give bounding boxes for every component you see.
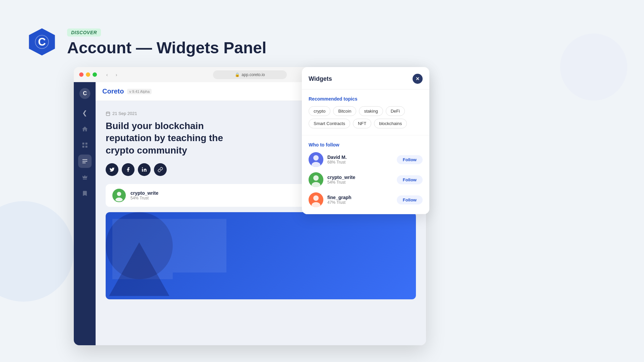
follow-button-david[interactable]: Follow bbox=[397, 155, 423, 164]
post-date-text: 21 Sep 2021 bbox=[112, 111, 137, 116]
svg-rect-5 bbox=[82, 143, 84, 145]
post-title: Build your blockchain reputation by teac… bbox=[106, 120, 240, 157]
minimize-traffic-light[interactable] bbox=[86, 72, 90, 77]
follow-avatar-fine-graph bbox=[309, 192, 323, 207]
follow-item-fine-graph: fine_graph 47% Trust Follow bbox=[309, 192, 423, 207]
svg-point-22 bbox=[313, 155, 319, 161]
bg-decoration-2 bbox=[560, 34, 627, 101]
follow-name-crypto-write: crypto_write bbox=[327, 175, 393, 180]
copy-link-button[interactable] bbox=[154, 163, 167, 176]
url-text: app.coreto.io bbox=[241, 72, 265, 77]
geo-triangle bbox=[109, 242, 169, 296]
bg-decoration-1 bbox=[0, 201, 74, 302]
page-header: C DISCOVER Account — Widgets Panel bbox=[27, 27, 266, 57]
sidebar-item-back[interactable]: ❮ bbox=[78, 106, 92, 120]
sidebar-item-crown[interactable] bbox=[78, 171, 92, 184]
sidebar: C ❮ bbox=[74, 82, 96, 345]
browser-nav: ‹ › bbox=[104, 71, 120, 78]
follow-avatar-crypto-write bbox=[309, 172, 323, 187]
svg-text:C: C bbox=[38, 36, 46, 48]
who-to-follow-section: Who to follow David M. 68% Trust bbox=[302, 135, 429, 214]
maximize-traffic-light[interactable] bbox=[93, 72, 97, 77]
facebook-share-button[interactable] bbox=[122, 163, 135, 176]
author-trust: 54% Trust bbox=[130, 196, 158, 200]
topic-tag-smart-contracts[interactable]: Smart Contracts bbox=[309, 119, 350, 128]
discover-badge: DISCOVER bbox=[67, 28, 101, 37]
svg-point-25 bbox=[313, 175, 319, 181]
post-image bbox=[106, 212, 416, 299]
sidebar-logo: C bbox=[79, 87, 91, 100]
author-avatar bbox=[112, 189, 126, 202]
sidebar-item-posts[interactable] bbox=[78, 155, 92, 168]
widgets-title: Widgets bbox=[309, 75, 332, 82]
geo-rect-2 bbox=[173, 219, 226, 273]
topic-tag-crypto[interactable]: crypto bbox=[309, 106, 330, 116]
sidebar-item-gallery[interactable] bbox=[78, 138, 92, 152]
follow-trust-fine-graph: 47% Trust bbox=[327, 200, 393, 205]
follow-info-fine-graph: fine_graph 47% Trust bbox=[327, 195, 393, 205]
svg-rect-6 bbox=[85, 143, 87, 145]
close-traffic-light[interactable] bbox=[79, 72, 84, 77]
follow-name-david: David M. bbox=[327, 155, 393, 160]
twitter-share-button[interactable] bbox=[106, 163, 118, 176]
svg-rect-9 bbox=[106, 112, 110, 116]
topic-tag-bitcoin[interactable]: Bitcoin bbox=[333, 106, 356, 116]
follow-button-crypto-write[interactable]: Follow bbox=[397, 175, 423, 184]
follow-trust-david: 68% Trust bbox=[327, 160, 393, 165]
recommended-topics-section: Recommended topics crypto Bitcoin stakin… bbox=[302, 89, 429, 135]
svg-rect-8 bbox=[85, 146, 87, 148]
app-brand-label: Coreto bbox=[102, 87, 124, 95]
topic-tag-defi[interactable]: DeFi bbox=[386, 106, 405, 116]
calendar-icon bbox=[106, 111, 110, 116]
topic-tag-staking[interactable]: staking bbox=[359, 106, 383, 116]
traffic-lights bbox=[79, 72, 97, 77]
svg-rect-7 bbox=[82, 146, 84, 148]
follow-avatar-david bbox=[309, 152, 323, 167]
topic-tag-nft[interactable]: NFT bbox=[353, 119, 371, 128]
app-logo: C bbox=[27, 27, 57, 57]
sidebar-item-home[interactable] bbox=[78, 122, 92, 136]
author-name: crypto_write bbox=[130, 190, 158, 196]
version-badge: v 9.41 Alpha bbox=[127, 89, 152, 94]
follow-list: David M. 68% Trust Follow bbox=[309, 152, 423, 207]
svg-point-13 bbox=[142, 168, 143, 169]
sidebar-item-bookmark[interactable] bbox=[78, 187, 92, 200]
follow-item-david: David M. 68% Trust Follow bbox=[309, 152, 423, 167]
follow-trust-crypto-write: 54% Trust bbox=[327, 180, 393, 185]
widgets-panel: Widgets ✕ Recommended topics crypto Bitc… bbox=[302, 67, 429, 214]
widgets-header: Widgets ✕ bbox=[302, 67, 429, 89]
widgets-close-button[interactable]: ✕ bbox=[413, 74, 423, 84]
recommended-topics-title: Recommended topics bbox=[309, 96, 423, 102]
nav-forward-button[interactable]: › bbox=[113, 71, 120, 78]
who-to-follow-title: Who to follow bbox=[309, 142, 423, 147]
page-title: Account — Widgets Panel bbox=[67, 39, 266, 57]
linkedin-share-button[interactable] bbox=[138, 163, 151, 176]
follow-item-crypto-write: crypto_write 54% Trust Follow bbox=[309, 172, 423, 187]
topic-tag-blockchains[interactable]: blockchains bbox=[374, 119, 407, 128]
follow-info-david: David M. 68% Trust bbox=[327, 155, 393, 165]
lock-icon: 🔒 bbox=[235, 72, 240, 77]
david-avatar-placeholder bbox=[309, 152, 323, 167]
follow-button-fine-graph[interactable]: Follow bbox=[397, 195, 423, 204]
crypto-write-avatar-placeholder bbox=[309, 172, 323, 187]
follow-info-crypto-write: crypto_write 54% Trust bbox=[327, 175, 393, 185]
svg-text:C: C bbox=[83, 90, 87, 96]
svg-point-28 bbox=[313, 195, 319, 201]
topics-grid: crypto Bitcoin staking DeFi Smart Contra… bbox=[309, 106, 423, 128]
fine-graph-avatar-placeholder bbox=[309, 192, 323, 207]
author-info: crypto_write 54% Trust bbox=[130, 190, 158, 200]
nav-back-button[interactable]: ‹ bbox=[104, 71, 110, 78]
header-text: DISCOVER Account — Widgets Panel bbox=[67, 27, 266, 57]
svg-point-15 bbox=[117, 192, 121, 196]
address-bar[interactable]: 🔒 app.coreto.io bbox=[213, 70, 287, 79]
follow-name-fine-graph: fine_graph bbox=[327, 195, 393, 200]
